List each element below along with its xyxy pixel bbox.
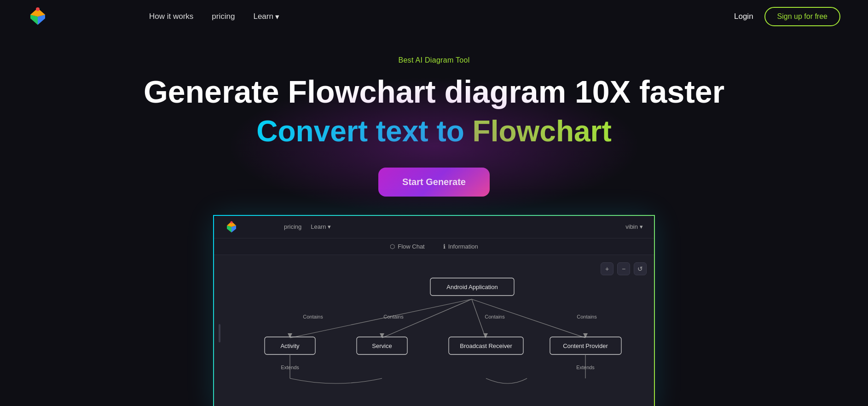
app-tabs: ⬡ Flow Chat ℹ Information — [214, 238, 654, 255]
flow-chat-icon: ⬡ — [390, 243, 395, 250]
start-generate-button[interactable]: Start Generate — [378, 168, 490, 197]
svg-point-8 — [231, 221, 233, 223]
edge-label-extends-2: Extends — [576, 365, 595, 370]
node-content-label: Content Provider — [563, 342, 608, 349]
edge-label-contains-2: Contains — [383, 314, 404, 319]
nav-links: How it works pricing Learn ▾ — [149, 12, 279, 22]
svg-line-11 — [472, 299, 486, 338]
flowchart-svg: Contains Contains Contains Contains Andr… — [223, 264, 655, 393]
signup-button[interactable]: Sign up for free — [764, 7, 840, 26]
navigation: How it works pricing Learn ▾ Login Sign … — [0, 0, 868, 33]
subtitle-cyan: Convert text to — [256, 115, 472, 148]
subtitle-green: Flowchart — [473, 115, 612, 148]
chevron-down-icon: ▾ — [275, 12, 279, 22]
logo[interactable] — [28, 6, 48, 27]
diagram-area: + − ↺ Contains Contains Contains — [214, 255, 654, 406]
node-android-label: Android Application — [446, 284, 498, 290]
nav-learn[interactable]: Learn ▾ — [253, 12, 279, 22]
zoom-in-button[interactable]: + — [601, 262, 613, 275]
hero-section: Best AI Diagram Tool Generate Flowchart … — [0, 33, 868, 215]
login-button[interactable]: Login — [734, 12, 753, 21]
edge-label-contains-3: Contains — [485, 314, 505, 319]
hero-badge: Best AI Diagram Tool — [9, 56, 859, 64]
node-broadcast-label: Broadcast Receiver — [460, 342, 512, 349]
edge-label-extends-1: Extends — [281, 365, 299, 370]
reset-button[interactable]: ↺ — [634, 262, 647, 275]
edge-label-contains-1: Contains — [303, 314, 323, 319]
screenshot-section: pricing Learn ▾ vibin ▾ ⬡ Flow Chat ℹ In… — [0, 215, 868, 406]
app-nav-links: pricing Learn ▾ — [284, 223, 331, 230]
nav-how-it-works[interactable]: How it works — [149, 12, 193, 21]
app-user-menu[interactable]: vibin ▾ — [625, 223, 643, 230]
resize-handle[interactable] — [219, 324, 220, 342]
svg-point-4 — [36, 7, 40, 11]
edge-label-contains-4: Contains — [577, 314, 597, 319]
app-learn-link[interactable]: Learn ▾ — [311, 223, 331, 230]
tab-information[interactable]: ℹ Information — [443, 243, 478, 250]
hero-title: Generate Flowchart diagram 10X faster — [9, 75, 859, 109]
zoom-out-button[interactable]: − — [617, 262, 630, 275]
tab-flow-chat[interactable]: ⬡ Flow Chat — [390, 243, 425, 250]
node-service-label: Service — [372, 342, 392, 349]
hero-subtitle: Convert text to Flowchart — [9, 114, 859, 149]
app-preview-frame: pricing Learn ▾ vibin ▾ ⬡ Flow Chat ℹ In… — [213, 215, 655, 406]
nav-pricing[interactable]: pricing — [212, 12, 235, 21]
diagram-controls: + − ↺ — [601, 262, 647, 275]
node-activity-label: Activity — [280, 342, 300, 349]
information-icon: ℹ — [443, 243, 446, 250]
app-header: pricing Learn ▾ vibin ▾ — [214, 216, 654, 238]
nav-right: Login Sign up for free — [734, 7, 840, 26]
app-pricing-link[interactable]: pricing — [284, 223, 301, 230]
